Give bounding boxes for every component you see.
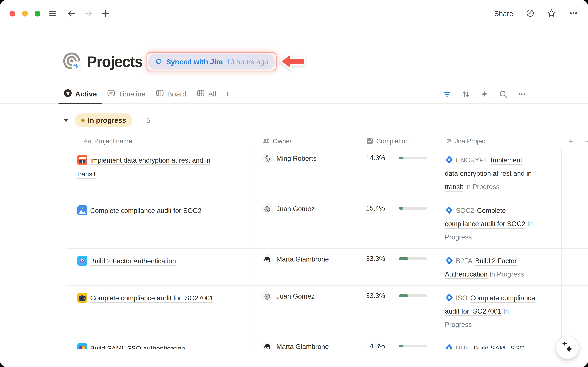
- table-body: Implement data encryption at rest and in…: [66, 148, 588, 349]
- jira-key: BUIL: [456, 344, 471, 349]
- jira-key: ISO: [456, 294, 467, 302]
- filter-icon[interactable]: [443, 90, 451, 99]
- back-icon[interactable]: [67, 8, 76, 18]
- status-dot: [81, 119, 85, 122]
- jira-diamond-icon: [445, 293, 453, 301]
- zoom-window-button[interactable]: [35, 11, 41, 17]
- alien-app-icon: [77, 256, 87, 266]
- table-row: Complete compliance audit for ISO27001 J…: [66, 286, 588, 336]
- project-name-cell[interactable]: Build 2 Factor Authentication: [66, 249, 256, 285]
- empty-cell: [562, 249, 588, 285]
- collapse-triangle-icon[interactable]: [63, 118, 69, 122]
- automation-bolt-icon[interactable]: [480, 90, 489, 99]
- sync-time: 10 hours ago: [226, 58, 268, 66]
- owner-name: Ming Roberts: [276, 155, 316, 162]
- more-icon[interactable]: [518, 90, 526, 99]
- group-count: 5: [146, 116, 150, 125]
- sync-label: Synced with Jira: [166, 58, 223, 66]
- add-view-button[interactable]: +: [221, 84, 234, 104]
- sparkle-icon: [560, 340, 575, 355]
- projects-table: Aa Project name Owner Completion Jira P: [66, 135, 588, 349]
- jira-project-cell[interactable]: SOC2 Complete compliance audit for SOC2 …: [438, 198, 562, 248]
- project-name-link[interactable]: Complete compliance audit for SOC2: [90, 207, 201, 214]
- bullseye-jira-icon[interactable]: [62, 52, 82, 72]
- jira-project-cell[interactable]: BUIL Build SAML SSO authentication. In P…: [438, 336, 562, 349]
- owner-cell[interactable]: Juan Gomez: [256, 286, 361, 336]
- jira-status: In Progress: [489, 270, 524, 278]
- completion-cell[interactable]: 33.3%: [361, 249, 438, 285]
- window-controls: [9, 11, 41, 17]
- project-name-link[interactable]: Complete compliance audit for ISO27001: [90, 294, 214, 302]
- completion-cell[interactable]: 14.3%: [361, 336, 438, 349]
- new-tab-icon[interactable]: [100, 8, 110, 18]
- tab-all[interactable]: All: [191, 84, 221, 104]
- minimize-window-button[interactable]: [22, 11, 28, 17]
- column-header-jira-project[interactable]: Jira Project: [438, 137, 562, 145]
- table-row: Implement data encryption at rest and in…: [66, 148, 588, 198]
- group-header: In progress 5: [63, 113, 150, 127]
- project-name-link[interactable]: Implement data encryption at rest and in…: [77, 157, 210, 178]
- tab-label: Active: [75, 90, 97, 98]
- jira-project-cell[interactable]: ISO Complete compliance audit for ISO270…: [438, 286, 562, 336]
- jira-key: ENCRYPT: [456, 156, 488, 164]
- owner-cell[interactable]: Marta Giambrone: [256, 249, 361, 285]
- column-label: Owner: [273, 137, 292, 145]
- project-name-cell[interactable]: Complete compliance audit for SOC2: [66, 198, 256, 248]
- clock-icon[interactable]: [526, 9, 534, 18]
- column-more-icon[interactable]: ⋯: [584, 137, 588, 145]
- tab-board[interactable]: Board: [150, 84, 191, 104]
- titlebar-actions: Share: [494, 8, 578, 19]
- avatar: [262, 291, 272, 301]
- tab-label: Timeline: [118, 90, 145, 98]
- progress-bar: [399, 157, 427, 159]
- completion-cell[interactable]: 33.3%: [361, 286, 438, 336]
- search-icon[interactable]: [499, 90, 507, 99]
- close-window-button[interactable]: [9, 11, 15, 17]
- status-badge[interactable]: In progress: [75, 113, 132, 127]
- sync-highlight-box: Synced with Jira 10 hours ago: [147, 52, 277, 71]
- tab-label: Board: [167, 90, 186, 98]
- table-view-icon: [197, 89, 205, 99]
- completion-cell[interactable]: 15.4%: [361, 198, 438, 248]
- avatar: [262, 342, 272, 349]
- blocks-app-icon: [77, 343, 87, 349]
- jira-status: In Progress: [465, 183, 499, 191]
- tab-active[interactable]: Active: [58, 84, 102, 104]
- owner-cell[interactable]: Marta Giambrone: [256, 336, 361, 349]
- jira-diamond-icon: [445, 155, 453, 164]
- more-icon[interactable]: [569, 8, 578, 18]
- sort-icon[interactable]: [462, 90, 470, 99]
- project-name-cell[interactable]: Build SAML SSO authentication.: [66, 336, 256, 349]
- jira-diamond-icon: [445, 343, 453, 349]
- jira-project-cell[interactable]: B2FA Build 2 Factor Authentication In Pr…: [438, 249, 562, 285]
- avatar: [262, 254, 272, 264]
- completion-cell[interactable]: 14.3%: [361, 148, 438, 198]
- share-button[interactable]: Share: [494, 9, 513, 18]
- column-header-completion[interactable]: Completion: [361, 137, 438, 145]
- arrow-up-right-icon: [445, 137, 452, 145]
- jira-project-cell[interactable]: ENCRYPT Implement data encryption at res…: [438, 148, 562, 198]
- project-name-cell[interactable]: Implement data encryption at rest and in…: [66, 148, 256, 198]
- project-name-cell[interactable]: Complete compliance audit for ISO27001: [66, 286, 256, 336]
- star-view-icon: [64, 89, 72, 99]
- table-row: Build 2 Factor Authentication Marta Giam…: [66, 249, 588, 286]
- tab-timeline[interactable]: Timeline: [102, 84, 150, 104]
- menu-icon[interactable]: [48, 8, 58, 18]
- column-header-project-name[interactable]: Aa Project name: [66, 137, 256, 145]
- project-name-link[interactable]: Build SAML SSO authentication.: [90, 345, 187, 349]
- owner-name: Marta Giambrone: [276, 255, 329, 263]
- app-window: Share Projects: [0, 0, 588, 367]
- ai-sparkle-button[interactable]: [556, 336, 579, 359]
- jira-key: B2FA: [456, 257, 472, 265]
- people-icon: [262, 137, 270, 145]
- forward-icon[interactable]: [84, 8, 94, 18]
- owner-cell[interactable]: Ming Roberts: [256, 148, 361, 198]
- red-arrow-annotation: [279, 52, 306, 72]
- owner-name: Marta Giambrone: [276, 343, 329, 349]
- project-name-link[interactable]: Build 2 Factor Authentication: [90, 257, 176, 265]
- board-view-icon: [156, 89, 164, 99]
- column-header-owner[interactable]: Owner: [256, 137, 361, 145]
- favorite-star-icon[interactable]: [547, 8, 556, 18]
- synced-with-jira-button[interactable]: Synced with Jira 10 hours ago: [148, 54, 275, 69]
- owner-cell[interactable]: Juan Gomez: [256, 198, 361, 248]
